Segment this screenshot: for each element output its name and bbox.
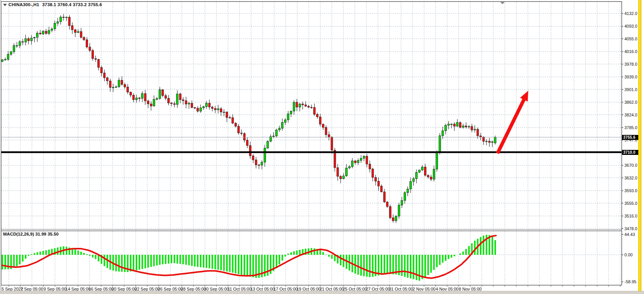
chart-shift-marker-icon[interactable] <box>500 2 505 4</box>
svg-text:3516.0: 3516.0 <box>624 214 637 218</box>
svg-text:4016.0: 4016.0 <box>624 49 637 54</box>
macd-axis-labels: 44.430.00-58.95 <box>622 232 636 284</box>
svg-text:44.43: 44.43 <box>624 232 635 237</box>
svg-text:3555.0: 3555.0 <box>624 201 637 206</box>
svg-text:3785.0: 3785.0 <box>624 125 637 130</box>
trading-chart-window: 4132.04093.04055.04016.03978.03939.03901… <box>0 0 644 294</box>
window-left-edge <box>0 0 1 291</box>
current-price-badge: 3755.6 <box>622 135 641 140</box>
ohlc-values: 3738.1 3760.4 3733.2 3755.6 <box>42 2 102 7</box>
macd-histogram <box>2 235 495 281</box>
grid-layer <box>1 2 622 285</box>
svg-text:4132.0: 4132.0 <box>624 11 637 16</box>
svg-text:3939.0: 3939.0 <box>624 75 637 79</box>
macd-indicator-label: MACD(12,26,9) 31.99 35.50 <box>3 232 58 236</box>
svg-text:3670.0: 3670.0 <box>624 163 637 168</box>
window-bottom-strip <box>0 291 644 294</box>
panel-borders <box>1 2 622 285</box>
trend-arrow[interactable] <box>498 91 528 153</box>
svg-text:3593.0: 3593.0 <box>624 188 637 193</box>
svg-text:3824.0: 3824.0 <box>624 113 637 117</box>
svg-text:0.00: 0.00 <box>624 252 632 257</box>
svg-text:3632.0: 3632.0 <box>624 176 637 180</box>
symbol-timeframe-label: CHINA300-,H1 <box>8 2 39 7</box>
svg-text:3862.0: 3862.0 <box>624 100 637 105</box>
chart-title: CHINA300-,H13738.1 3760.4 3733.2 3755.6 <box>8 2 102 7</box>
svg-text:4055.0: 4055.0 <box>624 37 637 41</box>
price-axis-labels: 4132.04093.04055.04016.03978.03939.03901… <box>622 11 637 231</box>
candles-layer <box>2 14 496 223</box>
symbol-dropdown-icon[interactable] <box>3 4 7 6</box>
price-chart-svg[interactable]: 4132.04093.04055.04016.03978.03939.03901… <box>0 0 644 294</box>
svg-text:4093.0: 4093.0 <box>624 24 637 28</box>
svg-text:-58.95: -58.95 <box>624 279 636 284</box>
svg-text:3478.0: 3478.0 <box>624 226 637 231</box>
level-price-badge: 3710.0 <box>622 150 641 155</box>
right-edge-accent-strip <box>638 0 641 291</box>
time-axis-labels: 5 Sep 20227 Sep 05:009 Sep 05:0014 Sep 0… <box>2 285 620 291</box>
svg-text:3901.0: 3901.0 <box>624 87 637 92</box>
svg-text:3978.0: 3978.0 <box>624 62 637 66</box>
